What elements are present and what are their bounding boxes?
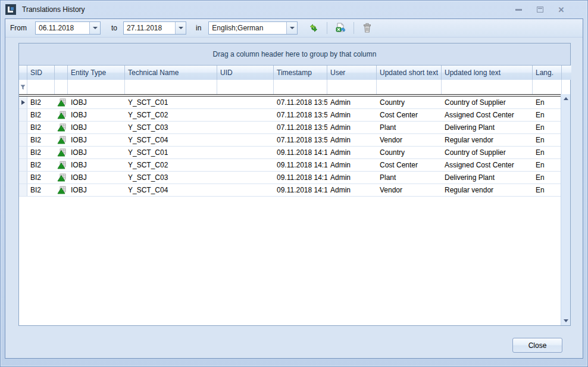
cell-entity-type[interactable]: IOBJ	[68, 172, 125, 184]
group-by-panel[interactable]: Drag a column header here to group by th…	[19, 43, 570, 66]
table-row[interactable]: BI2IOBJY_SCT_C0207.11.2018 13:51AdminCos…	[19, 109, 561, 122]
cell-updated-long-text[interactable]: Assigned Cost Center	[442, 109, 533, 121]
cell-updated-long-text[interactable]: Assigned Cost Center	[442, 159, 533, 171]
cell-entity-type[interactable]: IOBJ	[68, 97, 125, 108]
cell-technical-name[interactable]: Y_SCT_C02	[125, 109, 217, 121]
column-header-entity-icon[interactable]	[55, 66, 68, 80]
cell-timestamp[interactable]: 09.11.2018 14:14	[274, 159, 327, 171]
table-row[interactable]: BI2IOBJY_SCT_C0309.11.2018 14:14AdminPla…	[19, 172, 561, 184]
column-header-user[interactable]: User	[327, 66, 377, 80]
table-row[interactable]: BI2IOBJY_SCT_C0307.11.2018 13:51AdminPla…	[19, 122, 561, 134]
cell-updated-long-text[interactable]: Delivering Plant	[442, 172, 533, 184]
cell-sid[interactable]: BI2	[27, 172, 55, 184]
scroll-down-icon[interactable]	[564, 319, 568, 322]
close-button[interactable]: Close	[512, 338, 562, 353]
filter-cell-uid[interactable]	[217, 80, 274, 94]
cell-lang[interactable]: En	[533, 147, 561, 158]
cell-entity-type[interactable]: IOBJ	[68, 134, 125, 146]
table-row[interactable]: BI2IOBJY_SCT_C0109.11.2018 14:14AdminCou…	[19, 147, 561, 159]
column-header-technical-name[interactable]: Technical Name	[125, 66, 217, 80]
filter-cell-user[interactable]	[327, 80, 377, 94]
filter-cell-timestamp[interactable]	[274, 80, 327, 94]
table-row[interactable]: BI2IOBJY_SCT_C0209.11.2018 14:14AdminCos…	[19, 159, 561, 172]
cell-lang[interactable]: En	[533, 122, 561, 133]
row-indicator[interactable]	[19, 134, 27, 146]
cell-lang[interactable]: En	[533, 159, 561, 171]
cell-updated-short-text[interactable]: Cost Center	[377, 109, 442, 121]
row-indicator[interactable]	[19, 109, 27, 121]
cell-updated-short-text[interactable]: Cost Center	[377, 159, 442, 171]
cell-lang[interactable]: En	[533, 109, 561, 121]
language-dropdown-button[interactable]	[286, 22, 297, 34]
filter-cell-lang[interactable]	[533, 80, 562, 94]
cell-user[interactable]: Admin	[327, 134, 377, 146]
refresh-button[interactable]	[306, 21, 321, 35]
scroll-up-icon[interactable]	[564, 97, 568, 100]
cell-entity-type[interactable]: IOBJ	[68, 122, 125, 133]
table-row[interactable]: BI2IOBJY_SCT_C0409.11.2018 14:14AdminVen…	[19, 184, 561, 197]
column-header-updated-long-text[interactable]: Updated long text	[442, 66, 533, 80]
cell-uid[interactable]	[217, 97, 274, 108]
cell-user[interactable]: Admin	[327, 97, 377, 108]
cell-technical-name[interactable]: Y_SCT_C03	[125, 122, 217, 133]
cell-entity-type[interactable]: IOBJ	[68, 159, 125, 171]
filter-cell-updated-short-text[interactable]	[377, 80, 442, 94]
column-header-uid[interactable]: UID	[217, 66, 274, 80]
cell-sid[interactable]: BI2	[27, 122, 55, 133]
cell-updated-short-text[interactable]: Vendor	[377, 134, 442, 146]
cell-entity-type[interactable]: IOBJ	[68, 184, 125, 196]
to-date-value[interactable]: 27.11.2018	[124, 22, 175, 34]
cell-technical-name[interactable]: Y_SCT_C02	[125, 159, 217, 171]
cell-updated-short-text[interactable]: Vendor	[377, 184, 442, 196]
cell-updated-short-text[interactable]: Country	[377, 97, 442, 108]
export-excel-button[interactable]	[333, 21, 348, 35]
cell-sid[interactable]: BI2	[27, 109, 55, 121]
cell-lang[interactable]: En	[533, 134, 561, 146]
delete-button[interactable]	[359, 21, 375, 35]
cell-sid[interactable]: BI2	[27, 97, 55, 108]
cell-lang[interactable]: En	[533, 97, 561, 108]
cell-sid[interactable]: BI2	[27, 134, 55, 146]
from-date-value[interactable]: 06.11.2018	[36, 22, 89, 34]
maximize-button[interactable]	[534, 5, 546, 14]
cell-timestamp[interactable]: 07.11.2018 13:51	[274, 109, 327, 121]
table-row[interactable]: BI2IOBJY_SCT_C0107.11.2018 13:51AdminCou…	[19, 97, 561, 109]
cell-uid[interactable]	[217, 172, 274, 184]
cell-sid[interactable]: BI2	[27, 147, 55, 158]
column-header-updated-short-text[interactable]: Updated short text	[377, 66, 442, 80]
cell-uid[interactable]	[217, 159, 274, 171]
filter-cell-entity-icon[interactable]	[55, 80, 68, 94]
cell-updated-long-text[interactable]: Regular vendor	[442, 184, 533, 196]
cell-technical-name[interactable]: Y_SCT_C04	[125, 184, 217, 196]
cell-updated-short-text[interactable]: Country	[377, 147, 442, 158]
cell-user[interactable]: Admin	[327, 122, 377, 133]
cell-entity-type[interactable]: IOBJ	[68, 147, 125, 158]
cell-updated-short-text[interactable]: Plant	[377, 122, 442, 133]
cell-entity-icon[interactable]	[55, 109, 68, 121]
cell-entity-icon[interactable]	[55, 172, 68, 184]
language-value[interactable]: English;German	[209, 22, 286, 34]
language-combobox[interactable]: English;German	[208, 21, 298, 35]
cell-lang[interactable]: En	[533, 184, 561, 196]
cell-technical-name[interactable]: Y_SCT_C01	[125, 97, 217, 108]
cell-uid[interactable]	[217, 147, 274, 158]
from-date-dropdown-button[interactable]	[89, 22, 100, 34]
cell-timestamp[interactable]: 07.11.2018 13:51	[274, 97, 327, 108]
cell-updated-long-text[interactable]: Regular vendor	[442, 134, 533, 146]
column-header-timestamp[interactable]: Timestamp	[274, 66, 327, 80]
column-header-entity-type[interactable]: Entity Type	[68, 66, 125, 80]
cell-uid[interactable]	[217, 109, 274, 121]
to-date-picker[interactable]: 27.11.2018	[123, 21, 186, 35]
cell-entity-icon[interactable]	[55, 147, 68, 158]
cell-user[interactable]: Admin	[327, 184, 377, 196]
cell-sid[interactable]: BI2	[27, 184, 55, 196]
cell-technical-name[interactable]: Y_SCT_C03	[125, 172, 217, 184]
cell-lang[interactable]: En	[533, 172, 561, 184]
filter-cell-entity-type[interactable]	[68, 80, 125, 94]
cell-timestamp[interactable]: 09.11.2018 14:14	[274, 172, 327, 184]
filter-cell-technical-name[interactable]	[125, 80, 217, 94]
cell-entity-icon[interactable]	[55, 159, 68, 171]
cell-timestamp[interactable]: 07.11.2018 13:51	[274, 122, 327, 133]
row-indicator[interactable]	[19, 159, 27, 171]
cell-uid[interactable]	[217, 184, 274, 196]
